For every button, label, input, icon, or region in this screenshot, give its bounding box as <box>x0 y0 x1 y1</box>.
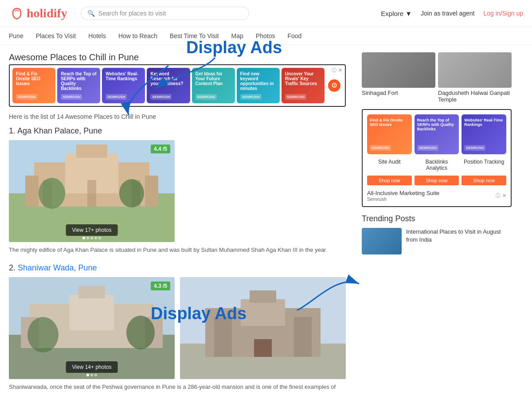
svg-text:⚙: ⚙ <box>331 82 337 89</box>
main-container: Awesome Places to Chill in Pune ⓘ ✕ Find… <box>0 45 532 399</box>
side-ad-footer: All-Inclusive Marketing Suite Semrush ⓘ … <box>367 190 506 202</box>
ad-card-2[interactable]: Reach the Top of SERPs with Quality Back… <box>57 68 100 103</box>
nav-item-places[interactable]: Places To Visit <box>36 27 76 45</box>
ad-close-icon[interactable]: ✕ <box>338 67 342 73</box>
image-dots-1a <box>82 237 101 239</box>
place-image-1a: 4.4 /5 View 17+ photos <box>9 140 175 242</box>
trending-img-1 <box>362 228 402 254</box>
ad-card-7[interactable]: Uncover Your Rivals' Key Traffic Sources… <box>282 68 325 103</box>
side-ad-footer-sub: Semrush <box>367 196 439 202</box>
place-desc-2: Shaniwarwada, once the seat of the Peshw… <box>9 383 346 391</box>
ad-controls-top: ⓘ ✕ <box>332 67 342 74</box>
search-bar[interactable]: 🔍 Search for places to visit <box>81 7 249 20</box>
svg-point-21 <box>27 317 59 352</box>
nav-item-besttime[interactable]: Best Time To Visit <box>170 27 219 45</box>
nav-item-howtoreach[interactable]: How to Reach <box>118 27 157 45</box>
place-images-1: 4.4 /5 View 17+ photos <box>9 140 346 242</box>
side-ad-close-icon[interactable]: ✕ <box>502 193 506 199</box>
svg-point-22 <box>126 316 155 349</box>
side-ad-controls: ⓘ ✕ <box>496 192 506 199</box>
ad-card-6[interactable]: Find new keyword opportunities in minute… <box>237 68 280 103</box>
login-button[interactable]: Log in/Sign up <box>483 10 523 17</box>
rating-badge-2a: 4.3 /5 <box>151 282 170 290</box>
shop-btn-3[interactable]: Shop now <box>462 176 506 185</box>
sidebar-img-1 <box>362 52 435 88</box>
trending-title: Trending Posts <box>362 214 512 223</box>
ad-info-icon[interactable]: ⓘ <box>332 67 336 74</box>
join-agent-link[interactable]: Join as travel agent <box>421 10 474 17</box>
nav-item-photos[interactable]: Photos <box>256 27 275 45</box>
search-icon: 🔍 <box>87 10 95 17</box>
place-image-2b <box>180 277 346 379</box>
side-ad-card-3[interactable]: Websites' Real-Time Rankings SEMRUSH <box>462 114 506 154</box>
side-ad-service-2: Backlinks Analytics <box>415 159 459 171</box>
side-ad-footer-title: All-Inclusive Marketing Suite <box>367 190 439 196</box>
place-title-1: 1. Aga Khan Palace, Pune <box>9 126 346 136</box>
shop-btn-1[interactable]: Shop now <box>367 176 412 185</box>
svg-rect-19 <box>70 295 114 330</box>
page-title: Awesome Places to Chill in Pune <box>9 52 346 63</box>
svg-point-12 <box>39 178 65 209</box>
ad-card-3[interactable]: Websites' Real-Time Rankings SEMRUSH <box>102 68 145 103</box>
place-section-2: 2. Shaniwar Wada, Pune <box>9 263 346 391</box>
image-dots-2a <box>86 374 97 376</box>
trending-section: Trending Posts International Places to V… <box>362 214 512 254</box>
ad-banner-inner: Find & Fix Onsite SEO Issues SEMRUSH Rea… <box>12 68 342 103</box>
svg-rect-20 <box>78 286 105 298</box>
place-link-2[interactable]: Shaniwar Wada, Pune <box>18 263 97 272</box>
svg-rect-27 <box>250 290 276 303</box>
logo-text: holidify <box>27 6 67 20</box>
svg-rect-30 <box>254 339 272 357</box>
trending-text-1: International Places to Visit in August … <box>406 228 512 254</box>
sidebar: Sinhagad Fort Dagdusheth Halwai Ganpati … <box>355 45 519 399</box>
view-photos-btn-2a[interactable]: View 14+ photos <box>66 361 118 373</box>
place-image-1b: 4.3 /5 View 14+ photos <box>9 277 175 379</box>
svg-rect-28 <box>214 317 232 357</box>
svg-rect-29 <box>294 317 312 357</box>
explore-button[interactable]: Explore ▼ <box>381 10 412 17</box>
view-photos-btn-1a[interactable]: View 17+ photos <box>66 224 118 236</box>
side-ad-info-icon[interactable]: ⓘ <box>496 192 501 199</box>
place-section-1: 1. Aga Khan Palace, Pune <box>9 126 346 254</box>
nav-item-hotels[interactable]: Hotels <box>88 27 106 45</box>
side-ad-btn-row: Shop now Shop now Shop now <box>367 176 506 185</box>
ad-card-5[interactable]: Get Ideas for Your Future Content Plan S… <box>192 68 235 103</box>
place-images-2: 4.3 /5 View 14+ photos <box>9 277 346 379</box>
list-intro: Here is the list of 14 Awesome Places to… <box>9 113 346 120</box>
ad-card-4[interactable]: Keyword Research for your business? SEMR… <box>147 68 190 103</box>
nav-item-food[interactable]: Food <box>287 27 301 45</box>
sidebar-place-name-2: Dagdusheth Halwai Ganpati Temple <box>438 90 512 103</box>
sidebar-top-images: Sinhagad Fort Dagdusheth Halwai Ganpati … <box>362 52 512 103</box>
nav-bar: Pune Places To Visit Hotels How to Reach… <box>0 27 532 45</box>
svg-rect-6 <box>145 176 158 207</box>
svg-rect-10 <box>87 180 96 207</box>
content-area: Awesome Places to Chill in Pune ⓘ ✕ Find… <box>0 45 355 399</box>
side-ad-service-1: Site Audit <box>367 159 412 171</box>
side-ad: Find & Fix Onsite SEO Issues SEMRUSH Rea… <box>362 109 512 207</box>
shaniwar-img <box>180 277 346 379</box>
ad-tail-icon: ⚙ <box>326 79 342 92</box>
side-ad-cards: Find & Fix Onsite SEO Issues SEMRUSH Rea… <box>367 114 506 154</box>
side-ad-service-3: Position Tracking <box>462 159 506 171</box>
ad-card-1[interactable]: Find & Fix Onsite SEO Issues SEMRUSH <box>12 68 55 103</box>
svg-rect-5 <box>25 176 39 207</box>
shop-btn-2[interactable]: Shop now <box>415 176 459 185</box>
rating-badge-1a: 4.4 /5 <box>151 145 170 153</box>
side-ad-footer-info: All-Inclusive Marketing Suite Semrush <box>367 190 439 202</box>
svg-point-13 <box>119 179 144 207</box>
place-desc-1: The mighty edifice of Aga Khan Palace is… <box>9 246 346 254</box>
sidebar-place-2: Dagdusheth Halwai Ganpati Temple <box>438 52 512 103</box>
header-right: Explore ▼ Join as travel agent Log in/Si… <box>381 10 523 17</box>
header: holidify 🔍 Search for places to visit Ex… <box>0 0 532 27</box>
nav-item-pune[interactable]: Pune <box>9 27 23 45</box>
nav-item-map[interactable]: Map <box>231 27 243 45</box>
side-ad-card-2[interactable]: Reach the Top of SERPs with Quality Back… <box>415 114 459 154</box>
logo[interactable]: holidify <box>9 5 67 21</box>
svg-rect-8 <box>76 145 107 158</box>
side-ad-card-1[interactable]: Find & Fix Onsite SEO Issues SEMRUSH <box>367 114 412 154</box>
search-placeholder: Search for places to visit <box>98 10 166 17</box>
ad-banner-top: ⓘ ✕ Find & Fix Onsite SEO Issues SEMRUSH… <box>9 64 346 107</box>
sidebar-place-name-1: Sinhagad Fort <box>362 90 435 96</box>
chevron-down-icon: ▼ <box>405 10 412 17</box>
svg-rect-26 <box>241 299 285 326</box>
